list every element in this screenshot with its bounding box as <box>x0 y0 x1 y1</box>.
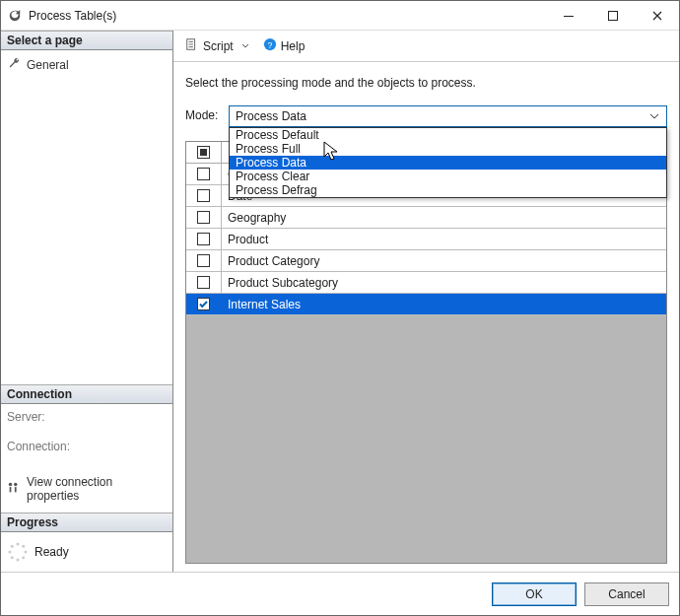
help-icon: ? <box>263 37 277 54</box>
right-panel: Script ? Help Select the processing mode… <box>173 31 679 572</box>
row-checkbox[interactable] <box>197 211 210 224</box>
view-connection-properties-label: View connection properties <box>27 475 167 503</box>
titlebar: Process Table(s) <box>1 1 679 31</box>
help-label: Help <box>281 39 306 53</box>
progress-status: Ready <box>34 545 69 559</box>
row-name: Product Subcategory <box>222 272 666 293</box>
row-name: Product Category <box>222 250 666 271</box>
svg-rect-0 <box>564 16 574 17</box>
select-page-body: General <box>1 50 172 307</box>
sidebar-item-general[interactable]: General <box>7 54 167 75</box>
table-row[interactable]: Product <box>186 229 666 250</box>
refresh-icon <box>7 8 23 24</box>
maximize-button[interactable] <box>590 1 635 31</box>
row-checkbox-cell[interactable] <box>186 229 222 249</box>
toolbar: Script ? Help <box>173 31 679 62</box>
sidebar-item-label: General <box>27 58 69 72</box>
table-row[interactable]: Product Subcategory <box>186 272 666 294</box>
mode-option[interactable]: Process Defrag <box>230 183 666 197</box>
dialog-body: Select a page General Connection Server:… <box>1 31 679 572</box>
row-checkbox-cell[interactable] <box>186 294 222 314</box>
help-button[interactable]: ? Help <box>259 35 309 56</box>
row-checkbox-cell[interactable] <box>186 164 222 184</box>
svg-point-7 <box>22 545 25 548</box>
left-panel: Select a page General Connection Server:… <box>1 31 173 572</box>
svg-point-12 <box>9 551 12 554</box>
header-checkbox-cell[interactable] <box>186 142 222 164</box>
view-connection-properties[interactable]: View connection properties <box>7 473 167 505</box>
row-checkbox[interactable] <box>197 233 210 245</box>
dialog-footer: OK Cancel <box>1 572 679 615</box>
table-row[interactable]: Geography <box>186 207 666 229</box>
ok-button-label: OK <box>525 587 542 601</box>
minimize-button[interactable] <box>546 1 590 31</box>
header-checkbox-indeterminate[interactable] <box>197 146 210 159</box>
svg-point-2 <box>9 482 13 486</box>
properties-icon <box>7 481 21 498</box>
connection-label: Connection: <box>7 438 167 455</box>
row-checkbox-cell[interactable] <box>186 207 222 228</box>
wrench-icon <box>7 56 21 73</box>
script-label: Script <box>203 39 234 53</box>
svg-point-3 <box>14 482 18 486</box>
window-title: Process Table(s) <box>29 9 116 23</box>
mode-dropdown[interactable]: Process DefaultProcess FullProcess DataP… <box>229 127 667 198</box>
select-page-header: Select a page <box>1 31 172 50</box>
svg-rect-4 <box>10 487 12 492</box>
svg-point-13 <box>11 545 14 548</box>
mode-option[interactable]: Process Full <box>230 142 666 156</box>
chevron-down-icon <box>646 108 662 124</box>
mode-combobox-value: Process Data <box>236 109 646 123</box>
row-name: Product <box>222 229 666 249</box>
row-name: Geography <box>222 207 666 228</box>
mode-field: Process Data Process DefaultProcess Full… <box>229 105 667 127</box>
script-dropdown-caret[interactable] <box>239 40 251 52</box>
instruction-text: Select the processing mode and the objec… <box>185 76 667 90</box>
row-checkbox-cell[interactable] <box>186 250 222 271</box>
svg-point-8 <box>25 551 28 554</box>
svg-rect-5 <box>15 487 17 492</box>
table-row[interactable]: Internet Sales <box>186 294 666 315</box>
table-row[interactable]: Product Category <box>186 250 666 272</box>
ok-button[interactable]: OK <box>492 582 577 606</box>
row-checkbox[interactable] <box>197 254 210 267</box>
cancel-button-label: Cancel <box>608 587 645 601</box>
mode-row: Mode: Process Data Process DefaultProces… <box>185 105 667 127</box>
row-checkbox[interactable] <box>197 298 210 310</box>
row-checkbox-cell[interactable] <box>186 272 222 293</box>
mode-label: Mode: <box>185 105 223 122</box>
connection-header: Connection <box>1 384 172 404</box>
row-checkbox[interactable] <box>197 276 210 289</box>
mode-option[interactable]: Process Data <box>230 156 666 170</box>
server-label: Server: <box>7 408 167 426</box>
svg-point-11 <box>11 556 14 559</box>
close-button[interactable] <box>635 1 679 31</box>
row-checkbox-cell[interactable] <box>186 185 222 206</box>
svg-rect-1 <box>608 11 617 20</box>
svg-point-10 <box>17 559 20 562</box>
process-tables-dialog: Process Table(s) Select a page General <box>0 0 680 616</box>
progress-body: Ready <box>1 532 172 572</box>
main-area: Select the processing mode and the objec… <box>173 62 679 572</box>
mode-combobox[interactable]: Process Data <box>229 105 667 127</box>
row-checkbox[interactable] <box>197 189 210 202</box>
cancel-button[interactable]: Cancel <box>584 582 669 606</box>
script-button[interactable]: Script <box>181 35 238 56</box>
mode-option[interactable]: Process Default <box>230 128 666 142</box>
objects-table: CustomerDateGeographyProductProduct Cate… <box>185 141 667 564</box>
connection-body: Server: Connection: View connection prop… <box>1 404 172 513</box>
spinner-icon <box>7 541 29 563</box>
script-icon <box>185 37 199 54</box>
svg-text:?: ? <box>267 40 272 50</box>
mode-option[interactable]: Process Clear <box>230 170 666 183</box>
row-checkbox[interactable] <box>197 168 210 180</box>
row-name: Internet Sales <box>222 294 666 314</box>
progress-header: Progress <box>1 513 172 532</box>
svg-point-6 <box>17 543 20 546</box>
svg-point-9 <box>22 556 25 559</box>
